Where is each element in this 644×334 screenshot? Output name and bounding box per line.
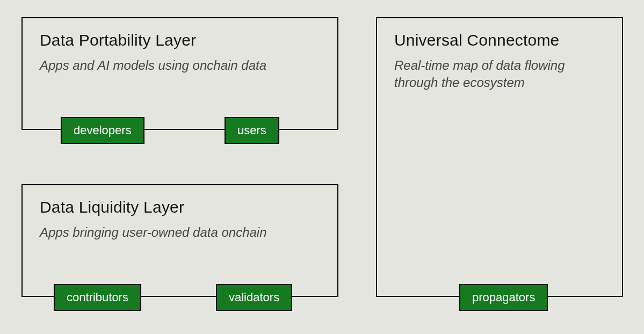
panel-connectome-desc: Real-time map of data flowing through th… [394, 57, 605, 92]
panel-liquidity: Data Liquidity Layer Apps bringing user-… [21, 184, 338, 297]
panel-portability-title: Data Portability Layer [40, 31, 320, 49]
tag-contributors: contributors [54, 284, 141, 311]
panel-liquidity-title: Data Liquidity Layer [40, 198, 320, 216]
tag-propagators: propagators [459, 284, 548, 311]
tag-users: users [225, 117, 279, 144]
panel-liquidity-desc: Apps bringing user-owned data onchain [40, 224, 320, 241]
panel-connectome-title: Universal Connectome [394, 31, 605, 49]
tag-developers: developers [61, 117, 144, 144]
panel-portability: Data Portability Layer Apps and AI model… [21, 17, 338, 130]
tag-validators: validators [216, 284, 292, 311]
panel-portability-desc: Apps and AI models using onchain data [40, 57, 320, 74]
diagram-canvas: Data Portability Layer Apps and AI model… [0, 0, 644, 334]
panel-connectome: Universal Connectome Real-time map of da… [376, 17, 623, 297]
